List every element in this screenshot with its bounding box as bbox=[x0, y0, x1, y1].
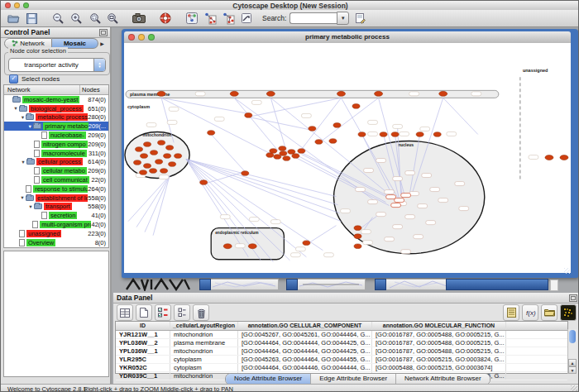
import-annotation-icon[interactable] bbox=[352, 12, 367, 26]
tree-row-mosaic-demo-yeast[interactable]: mosaic-demo-yeast874(0) bbox=[4, 95, 108, 104]
zoom-selected-region-icon[interactable] bbox=[87, 12, 102, 26]
table-scrollbar[interactable]: ▲ ▼ bbox=[567, 329, 577, 374]
minimized-window-selected[interactable] bbox=[446, 279, 548, 290]
expand-arrow-icon[interactable]: ▼ bbox=[19, 115, 26, 120]
node-color-combobox[interactable]: transporter activity ▲▼ bbox=[8, 58, 106, 72]
tree-row-label: nitrogen compo bbox=[41, 141, 88, 148]
strip-resize-grip[interactable] bbox=[550, 280, 558, 291]
scroll-up-icon[interactable]: ▲ bbox=[568, 359, 577, 366]
tree-row-label: transport bbox=[44, 203, 72, 210]
folder-icon bbox=[26, 195, 34, 201]
network-view-window[interactable]: primary metabolic process plasma membran… bbox=[122, 29, 578, 278]
select-attributes-icon[interactable] bbox=[117, 304, 133, 321]
layout-icon-1[interactable] bbox=[203, 12, 218, 26]
tree-row-overview[interactable]: Overview8(0) bbox=[4, 238, 108, 247]
status-welcome: Welcome to Cytoscape 2.8.1 bbox=[7, 385, 87, 392]
column-header-id: ID bbox=[116, 322, 170, 330]
file-icon bbox=[41, 212, 47, 219]
tree-row-label: biological_process bbox=[29, 105, 84, 112]
minimized-network-thumbnail[interactable] bbox=[125, 278, 194, 291]
open-file-icon[interactable] bbox=[6, 12, 21, 26]
scrollbar-thumb[interactable] bbox=[569, 330, 576, 343]
tree-row-cell-communication[interactable]: cell communicat22(0) bbox=[4, 175, 108, 184]
tab-scroll-right-icon[interactable]: ▶ bbox=[98, 41, 106, 46]
network-window-titlebar[interactable]: primary metabolic process bbox=[124, 31, 571, 44]
float-panel-icon[interactable] bbox=[99, 29, 108, 36]
main-toolbar: Search: ▼ bbox=[1, 10, 579, 27]
table-row[interactable]: YKR052Ccytoplasm[GO:0044464, GO:0044446,… bbox=[116, 364, 567, 372]
node-color-combobox-value: transporter activity bbox=[9, 61, 93, 69]
import-attributes-folder-icon[interactable] bbox=[541, 304, 557, 321]
tree-row-nucleobase[interactable]: nucleobase-209(0) bbox=[4, 131, 108, 140]
tree-row-unassigned[interactable]: unassigned223(0) bbox=[4, 229, 108, 238]
tree-row-primary-metabolic[interactable]: ▼primary metabo209(... bbox=[4, 122, 108, 131]
data-panel-header: Data Panel bbox=[113, 293, 579, 304]
birdseye-view-panel[interactable] bbox=[3, 251, 109, 377]
attribute-batch-editor-icon[interactable] bbox=[155, 304, 171, 321]
network-canvas[interactable]: plasma membrane cytoplasm unassigned mit… bbox=[124, 43, 571, 273]
tree-row-establishment-of-localization[interactable]: ▼establishment of lo558(0) bbox=[4, 194, 108, 203]
table-row[interactable]: YPL036W__2plasma membrane[GO:0044464, GO… bbox=[116, 339, 567, 347]
save-session-icon[interactable] bbox=[24, 12, 39, 26]
expand-arrow-icon[interactable]: ▼ bbox=[20, 160, 26, 165]
label-settings-icon[interactable] bbox=[503, 304, 519, 321]
file-icon bbox=[34, 176, 40, 184]
tree-row-count: 264(0) bbox=[88, 185, 108, 193]
expand-arrow-icon[interactable]: ▼ bbox=[12, 106, 19, 111]
cell-function: [GO:0005488, GO:0005215, GO:0003674] bbox=[372, 364, 506, 371]
tree-row-count: 874(0) bbox=[88, 96, 108, 103]
minimized-window[interactable] bbox=[375, 279, 454, 290]
tree-row-cellular-process[interactable]: ▼cellular process614(0) bbox=[4, 158, 108, 167]
table-row[interactable]: YLR295Ccytoplasm[GO:0045263, GO:0044464,… bbox=[116, 356, 567, 364]
tree-row-biological-process[interactable]: ▼biological_process651(0) bbox=[4, 104, 108, 113]
float-panel-icon[interactable] bbox=[569, 294, 577, 302]
layout-icon-2[interactable] bbox=[221, 12, 236, 26]
table-row[interactable]: YPL036W__1mitochondrion[GO:0044464, GO:0… bbox=[116, 347, 567, 356]
search-dropdown-icon[interactable]: ▼ bbox=[337, 12, 349, 25]
tree-column-network: Network bbox=[4, 85, 80, 94]
region-label-cytoplasm: cytoplasm bbox=[127, 104, 150, 109]
snapshot-camera-icon[interactable] bbox=[132, 12, 146, 26]
svg-text:mitochondrion: mitochondrion bbox=[143, 132, 172, 137]
tree-row-count: 311(0) bbox=[89, 150, 108, 157]
select-nodes-checkbox[interactable]: ✓ bbox=[9, 74, 18, 84]
expand-arrow-icon[interactable]: ▼ bbox=[26, 124, 33, 129]
tree-row-response-to-stimulus[interactable]: response to stimulu264(0) bbox=[4, 184, 108, 194]
table-row[interactable]: YJR121W__1mitochondrion[GO:0045267, GO:0… bbox=[116, 331, 567, 339]
minimized-window[interactable] bbox=[286, 279, 366, 290]
column-header-molecular-function: annotation.GO MOLECULAR_FUNCTION bbox=[372, 322, 506, 330]
zoom-in-icon[interactable] bbox=[69, 12, 84, 26]
attribute-list-icon[interactable] bbox=[174, 304, 190, 321]
tree-row-cellular-metabolic[interactable]: cellular metabo209(0) bbox=[4, 166, 108, 175]
node-color-selection-legend: Node color selection bbox=[8, 47, 68, 55]
import-network-icon[interactable] bbox=[239, 12, 254, 26]
tree-row-secretion[interactable]: secretion41(0) bbox=[4, 211, 108, 220]
combobox-arrows-icon[interactable]: ▲▼ bbox=[93, 59, 105, 71]
folder-icon bbox=[34, 203, 42, 209]
help-lifering-icon[interactable] bbox=[158, 12, 173, 26]
attribute-table-header: ID _cellularLayoutRegion annotation.GO C… bbox=[116, 322, 567, 331]
zoom-out-icon[interactable] bbox=[50, 12, 65, 26]
file-icon bbox=[34, 167, 40, 174]
create-attribute-icon[interactable] bbox=[136, 304, 152, 321]
file-icon bbox=[34, 150, 40, 157]
tree-row-multi-organism-process[interactable]: multi-organism pro42(0) bbox=[4, 220, 108, 229]
tree-row-label: secretion bbox=[49, 212, 77, 219]
expand-arrow-icon[interactable]: ▼ bbox=[27, 204, 34, 209]
app-resize-grip[interactable] bbox=[571, 385, 577, 392]
tree-row-metabolic-process[interactable]: ▼metabolic process280(0) bbox=[4, 113, 108, 122]
heatmap-matrix-icon[interactable] bbox=[560, 304, 577, 321]
tree-row-transport[interactable]: ▼transport558(0) bbox=[4, 203, 108, 212]
minimized-window[interactable] bbox=[199, 279, 279, 290]
search-input[interactable] bbox=[290, 12, 337, 24]
tree-row-nitrogen-compound[interactable]: nitrogen compo209(0) bbox=[4, 140, 108, 149]
tree-row-macromolecule[interactable]: macromolecule311(0) bbox=[4, 149, 108, 158]
scroll-down-icon[interactable]: ▼ bbox=[568, 366, 577, 374]
formula-builder-icon[interactable]: f(x) bbox=[522, 304, 538, 321]
expand-arrow-icon[interactable]: ▼ bbox=[19, 195, 26, 200]
delete-attribute-trash-icon[interactable] bbox=[193, 304, 209, 321]
vizmapper-icon[interactable] bbox=[184, 12, 199, 26]
zoom-fit-icon[interactable] bbox=[105, 12, 120, 26]
network-tree-header: Network Nodes bbox=[4, 85, 108, 95]
window-resize-grip[interactable] bbox=[564, 268, 570, 274]
